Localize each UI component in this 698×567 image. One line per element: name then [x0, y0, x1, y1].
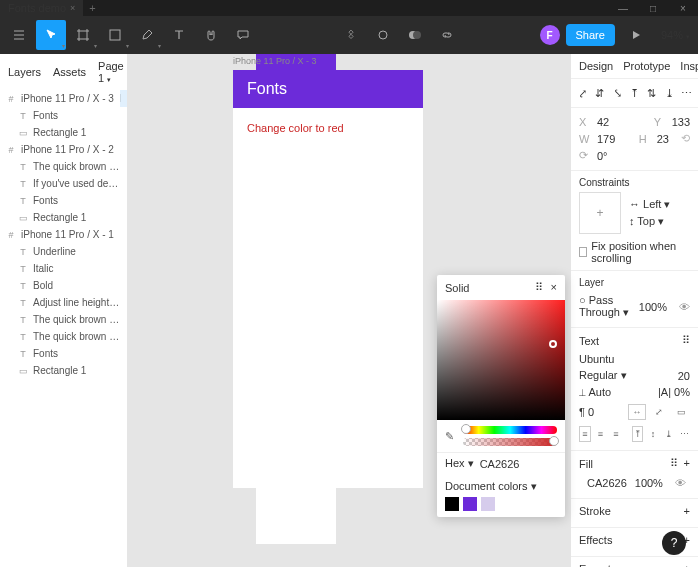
selected-text-node[interactable]: Change color to red [233, 108, 423, 149]
text-align-right-icon[interactable]: ≡ [610, 426, 622, 442]
align-hcenter-icon[interactable]: ⇵ [592, 85, 607, 101]
close-tab-icon[interactable]: × [70, 3, 75, 13]
x-input[interactable]: 42 [597, 116, 609, 128]
align-right-icon[interactable]: ⤥ [610, 85, 625, 101]
constraints-widget[interactable] [579, 192, 621, 234]
text-align-middle-icon[interactable]: ↕ [647, 426, 659, 442]
layer-row[interactable]: TFonts [0, 345, 127, 362]
inspect-tab[interactable]: Inspect [680, 60, 698, 72]
color-cursor[interactable] [549, 340, 557, 348]
auto-width-icon[interactable]: ↔ [628, 404, 646, 420]
y-input[interactable]: 133 [672, 116, 690, 128]
design-tab[interactable]: Design [579, 60, 613, 72]
shape-tool[interactable]: ▾ [100, 20, 130, 50]
user-avatar[interactable]: F [540, 25, 560, 45]
distribute-icon[interactable]: ⋯ [679, 85, 694, 101]
add-export-icon[interactable]: + [684, 563, 690, 567]
layer-row[interactable]: TBold [0, 277, 127, 294]
minimize-button[interactable]: — [608, 0, 638, 16]
width-input[interactable]: 179 [597, 133, 615, 145]
layer-row[interactable]: TThe quick brown fox jumped... [0, 311, 127, 328]
prototype-tab[interactable]: Prototype [623, 60, 670, 72]
fill-type-select[interactable]: Solid [445, 282, 469, 294]
share-button[interactable]: Share [566, 24, 615, 46]
frame-header[interactable]: Fonts [233, 70, 423, 108]
layer-row[interactable]: TThe quick brown fox... [0, 328, 127, 345]
picker-close-icon[interactable]: × [551, 281, 557, 294]
layer-row[interactable]: TIf you've used design tools be... [0, 175, 127, 192]
present-button[interactable] [621, 20, 651, 50]
doc-swatch[interactable] [445, 497, 459, 511]
type-settings-icon[interactable]: ⋯ [678, 426, 690, 442]
move-tool[interactable]: ▾ [36, 20, 66, 50]
picker-styles-icon[interactable]: ⠿ [535, 281, 543, 294]
hand-tool[interactable] [196, 20, 226, 50]
line-height-input[interactable]: ⟂ Auto [579, 386, 611, 398]
alpha-slider[interactable] [463, 438, 557, 446]
layer-row[interactable]: ▭Rectangle 1 [0, 209, 127, 226]
layer-row[interactable]: #iPhone 11 Pro / X - 2 [0, 141, 120, 158]
rotation-input[interactable]: 0° [597, 150, 608, 162]
visibility-icon[interactable]: 👁 [679, 301, 690, 313]
fill-hex-input[interactable]: CA2626 [587, 477, 627, 489]
maximize-button[interactable]: □ [638, 0, 668, 16]
layer-row[interactable]: TUnderline [0, 243, 127, 260]
letter-spacing-input[interactable]: |A| 0% [658, 386, 690, 398]
layer-row[interactable]: TItalic [0, 260, 127, 277]
layer-row[interactable]: #iPhone 11 Pro / X - 1 [0, 226, 120, 243]
layer-row[interactable]: ▭Rectangle 1 [0, 124, 127, 141]
align-bottom-icon[interactable]: ⤓ [661, 85, 676, 101]
page-selector[interactable]: Page 1 ▾ [98, 60, 124, 84]
doc-swatch[interactable] [463, 497, 477, 511]
frame-iphone-3[interactable]: iPhone 11 Pro / X - 3 Fonts Change color… [233, 70, 423, 488]
help-button[interactable]: ? [662, 531, 686, 555]
color-field[interactable] [437, 300, 565, 420]
layer-row[interactable]: TThe quick brown fox jumped... [0, 158, 127, 175]
text-align-top-icon[interactable]: ⤒ [632, 426, 644, 442]
auto-height-icon[interactable]: ⤢ [650, 404, 668, 420]
fill-opacity-input[interactable]: 100% [635, 477, 663, 489]
align-vcenter-icon[interactable]: ⇅ [644, 85, 659, 101]
constraint-v-select[interactable]: ↕ Top ▾ [629, 215, 670, 228]
layer-row[interactable]: TFonts [0, 107, 127, 124]
fix-position-checkbox[interactable]: Fix position when scrolling [579, 234, 690, 264]
eyedropper-icon[interactable]: ✎ [445, 430, 457, 442]
doc-swatch[interactable] [481, 497, 495, 511]
comment-tool[interactable] [228, 20, 258, 50]
layer-opacity-input[interactable]: 100% [639, 301, 667, 313]
link-button[interactable] [432, 20, 462, 50]
fill-styles-icon[interactable]: ⠿ [670, 457, 678, 470]
file-tab[interactable]: Fonts demo× [0, 0, 83, 16]
fill-visibility-icon[interactable]: 👁 [675, 477, 686, 489]
text-align-center-icon[interactable]: ≡ [595, 426, 607, 442]
frame-label[interactable]: iPhone 11 Pro / X - 3 [233, 56, 317, 66]
layer-row[interactable]: ▭Rectangle 1 [0, 362, 127, 379]
fixed-size-icon[interactable]: ▭ [672, 404, 690, 420]
hex-input[interactable]: CA2626 [480, 458, 520, 470]
text-align-left-icon[interactable]: ≡ [579, 426, 591, 442]
mask-button[interactable] [368, 20, 398, 50]
layer-row[interactable]: TFonts [0, 192, 127, 209]
height-input[interactable]: 23 [657, 133, 669, 145]
paragraph-spacing-input[interactable]: ¶ 0 [579, 406, 594, 418]
blend-mode-select[interactable]: ○ Pass Through ▾ [579, 294, 631, 319]
layer-row[interactable]: #iPhone 11 Pro / X - 3 [0, 90, 120, 107]
align-left-icon[interactable]: ⤤ [575, 85, 590, 101]
text-styles-icon[interactable]: ⠿ [682, 334, 690, 347]
color-format-select[interactable]: Hex ▾ [445, 457, 474, 470]
zoom-level[interactable]: 94% ▾ [657, 29, 694, 41]
new-tab-button[interactable]: + [83, 2, 101, 14]
add-stroke-icon[interactable]: + [684, 505, 690, 517]
frame-tool[interactable]: ▾ [68, 20, 98, 50]
menu-button[interactable] [4, 20, 34, 50]
pen-tool[interactable]: ▾ [132, 20, 162, 50]
align-top-icon[interactable]: ⤒ [627, 85, 642, 101]
lock-aspect-icon[interactable]: ⟲ [681, 132, 690, 145]
layer-row[interactable]: TAdjust line height to 140% an... [0, 294, 127, 311]
constraint-h-select[interactable]: ↔ Left ▾ [629, 198, 670, 211]
close-button[interactable]: × [668, 0, 698, 16]
add-fill-icon[interactable]: + [684, 457, 690, 470]
component-button[interactable] [336, 20, 366, 50]
assets-tab[interactable]: Assets [53, 66, 86, 78]
boolean-button[interactable] [400, 20, 430, 50]
